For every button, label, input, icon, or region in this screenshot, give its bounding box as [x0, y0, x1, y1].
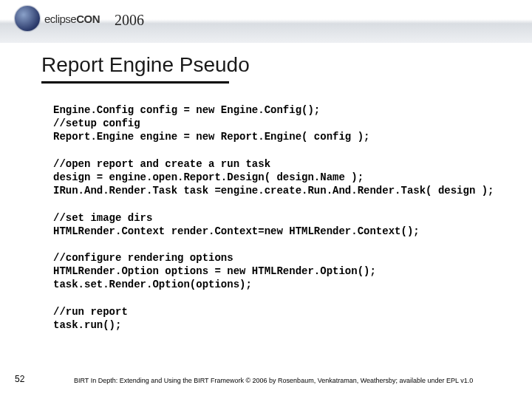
- eclipse-logo-icon: [15, 6, 40, 31]
- slide: eclipseCON 2006 Report Engine Pseudo Eng…: [0, 0, 532, 399]
- code-block: Engine.Config config = new Engine.Config…: [53, 103, 510, 355]
- footer-text: BIRT In Depth: Extending and Using the B…: [74, 377, 517, 384]
- conference-year: 2006: [115, 12, 144, 29]
- logo-text: eclipseCON: [44, 13, 100, 25]
- slide-header: eclipseCON 2006: [0, 0, 532, 43]
- logo: eclipseCON 2006: [15, 6, 144, 31]
- page-number: 52: [15, 374, 24, 384]
- slide-title: Report Engine Pseudo: [41, 53, 250, 77]
- title-underline: [41, 81, 229, 83]
